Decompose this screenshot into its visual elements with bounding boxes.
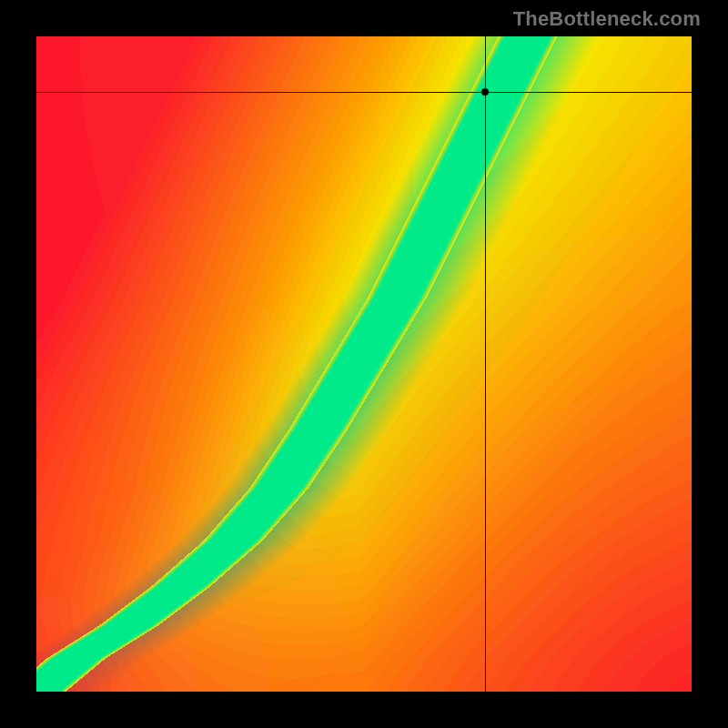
marker-dot [481,88,489,96]
chart-container: TheBottleneck.com [0,0,728,728]
plot-area [36,36,692,692]
crosshair-horizontal [36,92,692,93]
crosshair-vertical [485,36,486,692]
heatmap-canvas [36,36,692,692]
watermark-text: TheBottleneck.com [513,7,701,31]
